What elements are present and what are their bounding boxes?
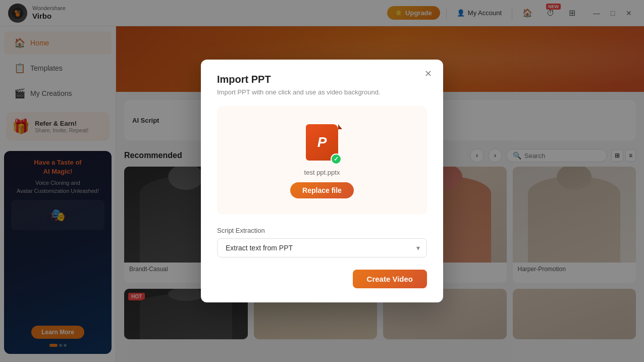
ppt-file-icon: P ✓ [304,122,340,163]
modal-footer: Create Video [217,270,427,288]
modal-close-button[interactable]: ✕ [421,67,435,81]
extraction-dropdown[interactable]: Extract text from PPT No extraction Cust… [217,238,427,257]
close-icon: ✕ [424,68,432,79]
import-ppt-modal: ✕ Import PPT Import PPT with one click a… [201,60,443,302]
ppt-check-icon: ✓ [331,153,342,165]
script-extraction-label: Script Extraction [217,227,427,234]
file-drop-area: P ✓ test ppt.pptx Replace file [217,106,427,215]
extraction-select-wrapper: Extract text from PPT No extraction Cust… [217,238,427,257]
file-name: test ppt.pptx [304,169,340,176]
create-video-button[interactable]: Create Video [353,270,427,288]
modal-overlay: ✕ Import PPT Import PPT with one click a… [0,0,644,362]
modal-title: Import PPT [217,74,427,85]
replace-file-button[interactable]: Replace file [290,182,354,198]
modal-subtitle: Import PPT with one click and use as vid… [217,88,427,96]
